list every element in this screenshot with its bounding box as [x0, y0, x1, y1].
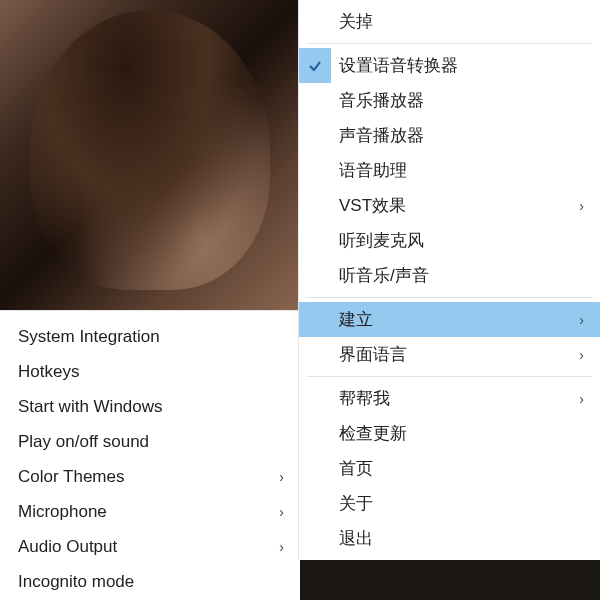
menu-item-label: Start with Windows [18, 397, 286, 417]
chevron-right-icon: › [579, 347, 584, 363]
right-menu-item-11[interactable]: 检查更新 [299, 416, 600, 451]
menu-separator [307, 376, 592, 377]
right-menu-item-0[interactable]: 关掉 [299, 4, 600, 39]
chevron-right-icon: › [279, 469, 284, 485]
menu-item-label: 界面语言 [339, 343, 579, 366]
menu-item-label: Hotkeys [18, 362, 286, 382]
menu-item-label: 建立 [339, 308, 579, 331]
left-menu-item-7[interactable]: Incognito mode [0, 564, 300, 599]
menu-separator [307, 43, 592, 44]
right-menu-item-8[interactable]: 建立› [299, 302, 600, 337]
menu-item-label: 音乐播放器 [339, 89, 586, 112]
chevron-right-icon: › [579, 312, 584, 328]
menu-item-label: VST效果 [339, 194, 579, 217]
right-context-menu: 关掉设置语音转换器音乐播放器声音播放器语音助理VST效果›听到麦克风听音乐/声音… [298, 0, 600, 560]
left-menu-item-3[interactable]: Play on/off sound [0, 424, 300, 459]
menu-item-label: 帮帮我 [339, 387, 579, 410]
menu-item-label: Incognito mode [18, 572, 286, 592]
menu-item-label: 首页 [339, 457, 586, 480]
menu-item-label: 退出 [339, 527, 586, 550]
menu-item-label: System Integration [18, 327, 286, 347]
right-menu-item-7[interactable]: 听音乐/声音 [299, 258, 600, 293]
menu-item-label: Audio Output [18, 537, 279, 557]
right-menu-item-12[interactable]: 首页 [299, 451, 600, 486]
menu-item-label: Microphone [18, 502, 279, 522]
menu-separator [307, 297, 592, 298]
left-menu-item-0[interactable]: System Integration [0, 319, 300, 354]
menu-item-label: 声音播放器 [339, 124, 586, 147]
check-icon [299, 48, 331, 83]
right-menu-item-13[interactable]: 关于 [299, 486, 600, 521]
chevron-right-icon: › [579, 198, 584, 214]
menu-item-label: Play on/off sound [18, 432, 286, 452]
menu-item-label: 听音乐/声音 [339, 264, 586, 287]
chevron-right-icon: › [279, 539, 284, 555]
left-menu-item-5[interactable]: Microphone› [0, 494, 300, 529]
left-menu-item-4[interactable]: Color Themes› [0, 459, 300, 494]
right-menu-item-4[interactable]: 语音助理 [299, 153, 600, 188]
chevron-right-icon: › [279, 504, 284, 520]
menu-item-label: 听到麦克风 [339, 229, 586, 252]
right-menu-item-9[interactable]: 界面语言› [299, 337, 600, 372]
menu-item-label: Color Themes [18, 467, 279, 487]
left-menu-item-6[interactable]: Audio Output› [0, 529, 300, 564]
right-menu-item-14[interactable]: 退出 [299, 521, 600, 556]
left-context-menu: System IntegrationHotkeysStart with Wind… [0, 310, 300, 600]
menu-item-label: 语音助理 [339, 159, 586, 182]
right-menu-item-6[interactable]: 听到麦克风 [299, 223, 600, 258]
menu-item-label: 关掉 [339, 10, 586, 33]
right-menu-item-3[interactable]: 声音播放器 [299, 118, 600, 153]
chevron-right-icon: › [579, 391, 584, 407]
left-menu-item-2[interactable]: Start with Windows [0, 389, 300, 424]
left-menu-item-1[interactable]: Hotkeys [0, 354, 300, 389]
right-menu-item-2[interactable]: 音乐播放器 [299, 83, 600, 118]
right-menu-item-1[interactable]: 设置语音转换器 [299, 48, 600, 83]
background-image [0, 0, 300, 310]
menu-item-label: 关于 [339, 492, 586, 515]
menu-item-label: 检查更新 [339, 422, 586, 445]
right-menu-item-10[interactable]: 帮帮我› [299, 381, 600, 416]
right-menu-item-5[interactable]: VST效果› [299, 188, 600, 223]
menu-item-label: 设置语音转换器 [339, 54, 586, 77]
